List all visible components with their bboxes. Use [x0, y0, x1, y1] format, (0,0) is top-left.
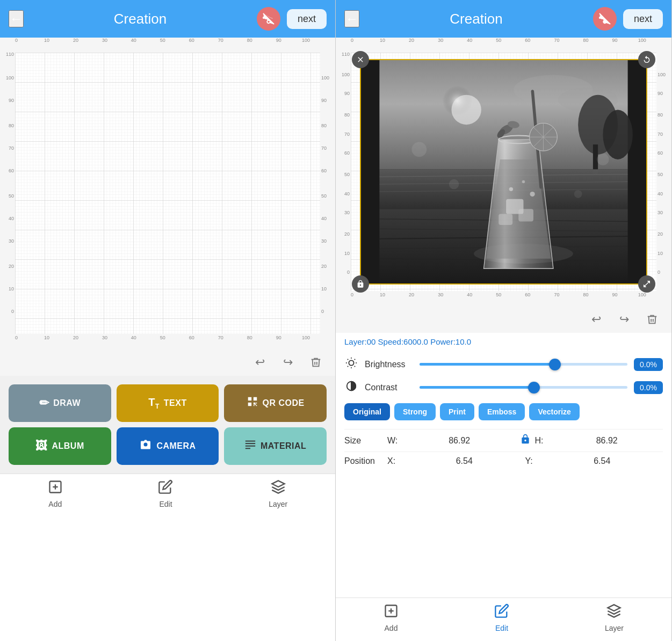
right-title: Creation [366, 11, 587, 27]
top-ruler: 0 10 20 30 40 50 60 70 80 90 100 [15, 38, 320, 53]
position-x-key: X: [387, 456, 403, 466]
rotate-handle-button[interactable] [638, 51, 655, 68]
svg-rect-47 [498, 214, 512, 225]
svg-rect-12 [245, 441, 255, 442]
right-bottom-nav: Add Edit Layer [336, 598, 671, 641]
left-grid [15, 53, 320, 349]
left-nav-add[interactable]: Add [48, 479, 63, 508]
right-right-ruler: 100 90 80 70 60 50 40 30 20 10 0 [656, 53, 671, 291]
right-next-button[interactable]: next [623, 9, 663, 29]
right-header: ← Creation next [336, 0, 671, 38]
left-layer-label: Layer [269, 500, 287, 508]
emboss-mode-button[interactable]: Emboss [479, 403, 525, 420]
left-edit-label: Edit [159, 500, 172, 508]
right-nav-layer[interactable]: Layer [605, 603, 624, 632]
svg-rect-4 [248, 397, 251, 400]
left-layer-icon [271, 479, 286, 498]
left-ruler: 110 100 90 80 70 60 50 40 30 20 10 0 [0, 53, 15, 334]
svg-point-26 [451, 95, 481, 125]
svg-rect-15 [245, 448, 250, 449]
right-layer-icon [606, 603, 622, 622]
right-add-label: Add [385, 624, 398, 632]
qr-button[interactable]: QR CODE [224, 384, 327, 422]
mode-buttons: Original Strong Print Emboss Vectorize [344, 403, 663, 420]
right-undo-button[interactable]: ↩ [586, 309, 607, 330]
brightness-thumb[interactable] [549, 359, 561, 370]
text-button[interactable]: TT TEXT [117, 384, 219, 422]
left-back-button[interactable]: ← [9, 10, 24, 27]
qr-label: QR CODE [263, 398, 305, 408]
right-edit-label: Edit [495, 624, 508, 632]
album-icon: 🖼 [35, 439, 48, 453]
svg-point-61 [411, 142, 427, 157]
left-wifi-off-icon[interactable] [257, 7, 280, 31]
svg-point-64 [574, 190, 582, 198]
print-mode-button[interactable]: Print [440, 403, 474, 420]
left-edit-icon [158, 479, 173, 498]
left-panel: ← Creation next 0 10 20 30 40 50 60 70 8… [0, 0, 336, 641]
material-icon [244, 439, 256, 454]
svg-marker-78 [608, 604, 620, 611]
left-delete-button[interactable] [305, 352, 327, 373]
bottom-ruler-canvas: 0 10 20 30 40 50 60 70 80 90 100 [15, 334, 320, 349]
original-mode-button[interactable]: Original [344, 403, 390, 420]
size-lock-icon[interactable] [516, 434, 535, 447]
text-icon: TT [148, 396, 160, 410]
layer-info-text: Layer:00 Speed:6000.0 Power:10.0 [344, 337, 471, 346]
svg-point-50 [530, 192, 534, 196]
right-delete-button[interactable] [641, 309, 663, 330]
contrast-slider[interactable] [420, 386, 627, 389]
position-label: Position [344, 456, 387, 466]
left-undo-button[interactable]: ↩ [249, 352, 271, 373]
position-row: Position X: 6.54 Y: 6.54 [344, 451, 663, 470]
strong-mode-button[interactable]: Strong [394, 403, 436, 420]
material-label: MATERIAL [261, 441, 306, 451]
lock-handle-button[interactable] [352, 275, 369, 293]
right-edit-icon [494, 603, 509, 622]
svg-point-63 [597, 154, 609, 165]
left-title: Creation [30, 11, 250, 27]
left-canvas-toolbar: ↩ ↪ [0, 349, 335, 376]
right-canvas: 0 10 20 30 40 50 60 70 80 90 100 110 100… [336, 38, 671, 306]
vectorize-mode-button[interactable]: Vectorize [529, 403, 579, 420]
svg-rect-9 [253, 405, 254, 406]
right-layer-label: Layer [605, 624, 624, 632]
right-nav-edit[interactable]: Edit [494, 603, 509, 632]
brightness-icon [344, 357, 358, 372]
right-top-ruler: 0 10 20 30 40 50 60 70 80 90 100 [351, 38, 656, 53]
right-redo-button[interactable]: ↪ [613, 309, 635, 330]
right-canvas-toolbar: ↩ ↪ [336, 306, 671, 333]
left-redo-button[interactable]: ↪ [277, 352, 299, 373]
left-nav-layer[interactable]: Layer [269, 479, 287, 508]
right-wifi-off-icon[interactable] [593, 7, 617, 31]
svg-point-62 [449, 179, 459, 189]
size-w-key: W: [387, 436, 403, 446]
camera-button[interactable]: CAMERA [117, 427, 219, 465]
draw-button[interactable]: ✏ DRAW [9, 384, 111, 422]
left-nav-edit[interactable]: Edit [158, 479, 173, 508]
material-button[interactable]: MATERIAL [224, 427, 327, 465]
left-canvas-area: 0 10 20 30 40 50 60 70 80 90 100 110 100… [0, 38, 335, 349]
brightness-slider[interactable] [420, 363, 627, 366]
text-label: TEXT [164, 398, 187, 408]
svg-rect-13 [245, 443, 255, 444]
right-nav-add[interactable]: Add [384, 603, 399, 632]
resize-handle-button[interactable] [638, 275, 655, 293]
album-button[interactable]: 🖼 ALBUM [9, 427, 111, 465]
svg-rect-46 [518, 209, 533, 221]
size-h-value: 86.92 [551, 436, 663, 446]
svg-line-73 [355, 359, 355, 360]
svg-rect-10 [255, 404, 256, 405]
close-handle-button[interactable] [352, 51, 369, 68]
svg-line-68 [348, 359, 348, 360]
image-content [361, 60, 646, 283]
contrast-thumb[interactable] [528, 382, 540, 394]
right-back-button[interactable]: ← [344, 10, 359, 27]
size-w-value: 86.92 [403, 436, 516, 446]
svg-point-30 [603, 110, 632, 159]
svg-marker-19 [272, 480, 284, 487]
qr-icon [247, 396, 258, 411]
left-next-button[interactable]: next [287, 9, 327, 29]
brightness-row: Brightness 0.0% [344, 357, 663, 372]
left-bottom-nav: Add Edit Layer [0, 474, 335, 517]
